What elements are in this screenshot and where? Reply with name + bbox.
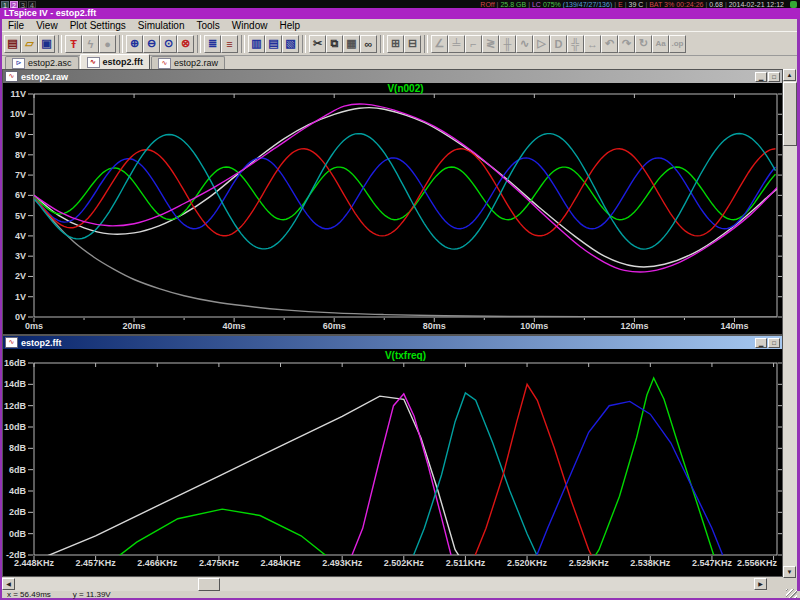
wm-status-segment: ROff — [480, 1, 494, 8]
toolbar-cut[interactable]: ✂ — [309, 35, 326, 53]
child-titlebar-estop2-raw[interactable]: ∿ estop2.raw ▁□ — [3, 70, 782, 83]
trace-cyan — [407, 393, 544, 571]
menu-help[interactable]: Help — [273, 20, 306, 31]
x-tick-label: 2.466KHz — [137, 558, 178, 568]
toolbar-cascade-windows[interactable]: ▧ — [282, 35, 299, 53]
trace-white — [34, 107, 780, 267]
toolbar-diode[interactable]: ▷ — [533, 35, 550, 53]
toolbar-component[interactable]: D — [550, 35, 567, 53]
y-tick-label: 1V — [15, 292, 26, 302]
toolbar-spice-directive[interactable]: .op — [669, 35, 686, 53]
toolbar-find[interactable]: ∞ — [360, 35, 377, 53]
toolbar-separator — [197, 35, 201, 53]
x-tick-label: 100ms — [520, 321, 548, 331]
tab-estop2.fft[interactable]: ∿estop2.fft — [80, 54, 151, 69]
toolbar-undo[interactable]: ↶ — [601, 35, 618, 53]
toolbar-zoom-out[interactable]: ⊖ — [143, 35, 160, 53]
toolbar-open[interactable]: ▱ — [21, 35, 38, 53]
tab-estop2.asc[interactable]: ⊳estop2.asc — [5, 56, 79, 69]
minimize-button[interactable]: ▁ — [755, 338, 767, 348]
vertical-scrollbar-thumb[interactable] — [783, 82, 797, 146]
toolbar-inductor[interactable]: ∿ — [516, 35, 533, 53]
x-tick-label: 120ms — [620, 321, 648, 331]
y-tick-label: 9V — [15, 130, 26, 140]
toolbar-drag[interactable]: ↔ — [584, 35, 601, 53]
wm-status-segment: E — [618, 1, 623, 8]
toolbar-zoom-extents[interactable]: ⊙ — [160, 35, 177, 53]
menu-tools[interactable]: Tools — [190, 20, 225, 31]
toolbar-resistor[interactable]: ≷ — [482, 35, 499, 53]
y-tick-label: 12dB — [4, 401, 27, 411]
toolbar-move[interactable]: ╬ — [567, 35, 584, 53]
toolbar-separator — [302, 35, 306, 53]
toolbar-print[interactable]: ⊟ — [404, 35, 421, 53]
toolbar-zoom-undock[interactable]: ⊗ — [177, 35, 194, 53]
toolbar-tile-vertical[interactable]: ▥ — [248, 35, 265, 53]
toolbar-run[interactable]: ϟ — [82, 35, 99, 53]
toolbar-net-label[interactable]: ⌐ — [465, 35, 482, 53]
wm-status-segment: 075% — [543, 1, 561, 8]
workspace-switcher: 1234 — [0, 1, 36, 8]
scroll-up-button[interactable]: ▲ — [783, 69, 796, 81]
menu-plot-settings[interactable]: Plot Settings — [64, 20, 132, 31]
tab-estop2.raw[interactable]: ∿estop2.raw — [151, 56, 225, 69]
wm-status-segment: 39 C — [629, 1, 644, 8]
toolbar-tile-horizontal[interactable]: ▤ — [265, 35, 282, 53]
scroll-right-button[interactable]: ▶ — [754, 578, 767, 590]
trace-red — [469, 384, 599, 571]
toolbar-paste[interactable]: ▦ — [343, 35, 360, 53]
toolbar-rotate[interactable]: ↻ — [635, 35, 652, 53]
y-tick-label: 3V — [15, 251, 26, 261]
x-tick-label: 2.475KHz — [199, 558, 240, 568]
toolbar-halt[interactable]: ● — [99, 35, 116, 53]
toolbar-zoom-in[interactable]: ⊕ — [126, 35, 143, 53]
x-tick-label: 40ms — [223, 321, 246, 331]
y-tick-label: 16dB — [4, 358, 27, 368]
child-titlebar-estop2-fft[interactable]: ∿ estop2.fft ▁□ — [3, 336, 782, 349]
y-tick-label: 5V — [15, 211, 26, 221]
toolbar-text[interactable]: Aa — [652, 35, 669, 53]
y-tick-label: 6dB — [9, 465, 27, 475]
scroll-left-button[interactable]: ◀ — [2, 578, 15, 590]
vertical-scrollbar[interactable]: ▲ ▼ — [783, 69, 797, 578]
app-titlebar[interactable]: LTspice IV - estop2.fft — [0, 8, 800, 19]
wm-status-segment: BAT 3% 00:24:26 — [649, 1, 703, 8]
toolbar-redo[interactable]: ↷ — [618, 35, 635, 53]
resize-grip[interactable] — [786, 589, 797, 598]
menu-window[interactable]: Window — [226, 20, 274, 31]
waveform-plot-fft[interactable]: V(txfreq)-2dB0dB2dB4dB6dB8dB10dB12dB14dB… — [3, 349, 782, 576]
toolbar-spice-netlist[interactable]: ≣ — [204, 35, 221, 53]
minimize-button[interactable]: ▁ — [755, 72, 767, 82]
menu-simulation[interactable]: Simulation — [132, 20, 191, 31]
child-window-estop2-fft: ∿ estop2.fft ▁□ V(txfreq)-2dB0dB2dB4dB6d… — [2, 335, 783, 577]
scroll-down-button[interactable]: ▼ — [783, 566, 796, 578]
toolbar-draw-wire[interactable]: ∠ — [431, 35, 448, 53]
systray-icon[interactable] — [790, 1, 797, 8]
toolbar-copy[interactable]: ⧉ — [326, 35, 343, 53]
horizontal-scrollbar-thumb[interactable] — [198, 578, 220, 591]
toolbar-control-panel[interactable]: Ŧ — [65, 35, 82, 53]
toolbar-print-preview[interactable]: ⊞ — [387, 35, 404, 53]
maximize-button[interactable]: □ — [768, 72, 780, 82]
workspace-3[interactable]: 3 — [19, 1, 27, 8]
menu-file[interactable]: File — [2, 20, 30, 31]
horizontal-scrollbar[interactable]: ◀ ▶ — [2, 578, 767, 591]
child-window-title: estop2.fft — [21, 338, 62, 348]
toolbar-capacitor[interactable]: ╫ — [499, 35, 516, 53]
workspace-4[interactable]: 4 — [28, 1, 36, 8]
workspace-2[interactable]: 2 — [10, 1, 18, 8]
maximize-button[interactable]: □ — [768, 338, 780, 348]
wm-status-bar: 1234 ROff|25.8 GB|LC075%(139/47/27/136)|… — [0, 0, 800, 8]
x-tick-label: 2.448KHz — [14, 558, 55, 568]
trace-blue — [531, 401, 730, 571]
toolbar-ground[interactable]: ╧ — [448, 35, 465, 53]
toolbar-save[interactable]: ▣ — [38, 35, 55, 53]
trace-white — [34, 396, 469, 571]
waveform-plot-time[interactable]: V(n002)0V1V2V3V4V5V6V7V8V9V10V11V0ms20ms… — [3, 83, 782, 334]
workspace-1[interactable]: 1 — [1, 1, 9, 8]
y-tick-label: 10dB — [4, 422, 27, 432]
toolbar-error-log[interactable]: ≡ — [221, 35, 238, 53]
wave-icon: ∿ — [87, 57, 100, 68]
menu-view[interactable]: View — [30, 20, 64, 31]
toolbar-new-schematic[interactable]: ▤ — [4, 35, 21, 53]
